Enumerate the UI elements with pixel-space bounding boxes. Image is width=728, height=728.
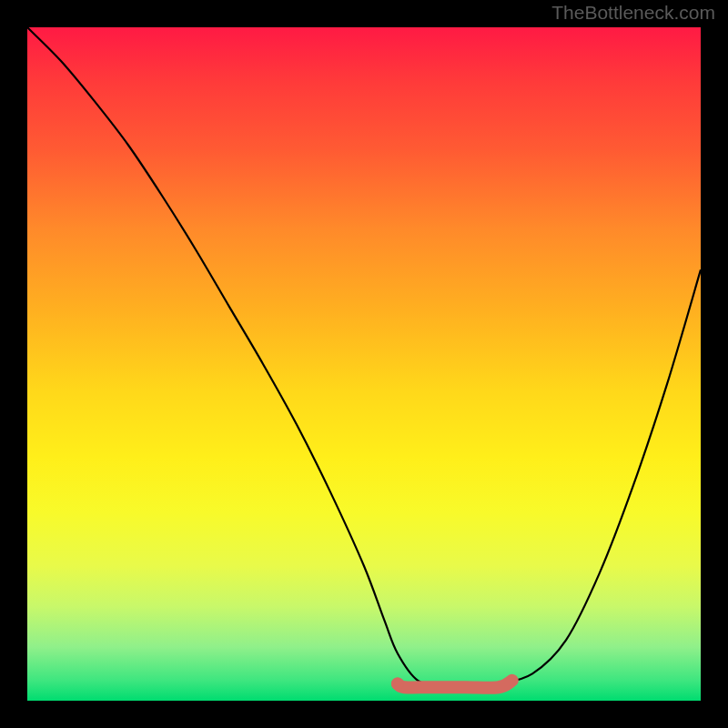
highlight-segment	[398, 681, 512, 688]
plot-area	[27, 27, 701, 701]
watermark-text: TheBottleneck.com	[551, 2, 715, 24]
highlight-dot	[391, 678, 404, 691]
curve-svg	[27, 27, 701, 701]
main-curve	[27, 27, 701, 688]
chart-container: TheBottleneck.com	[0, 0, 728, 728]
